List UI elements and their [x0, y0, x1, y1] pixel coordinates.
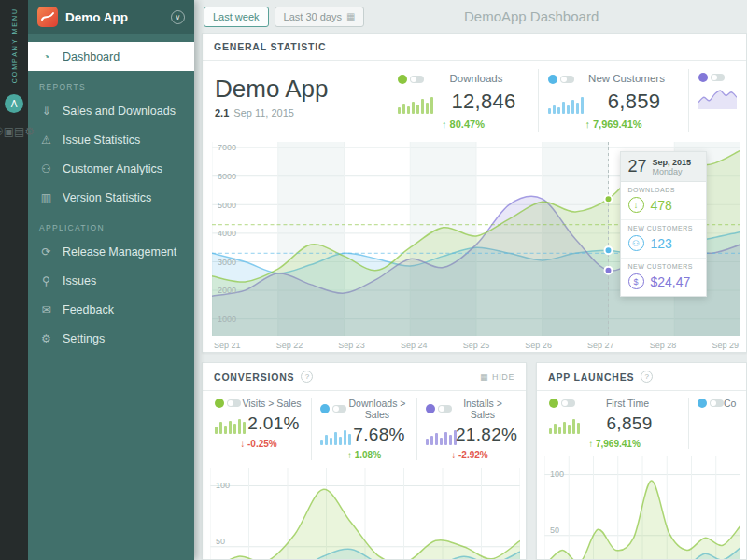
tooltip-header: 27 Sep, 2015 Monday: [621, 152, 706, 182]
app-launches-chart[interactable]: [544, 456, 740, 560]
range-last-week-button[interactable]: Last week: [204, 7, 269, 27]
sidebar-item-sales-and-downloads[interactable]: ⇓Sales and Downloads: [28, 96, 194, 125]
hide-icon: ▦: [480, 372, 488, 382]
app-launches-chart-area: 10050: [544, 456, 740, 560]
bottom-cards-row: CONVERSIONS ? ▦ HIDE Visits > Sales 2: [202, 362, 747, 560]
sidebar-item-release-management[interactable]: ⟳Release Management: [28, 237, 194, 266]
conversions-title: CONVERSIONS: [214, 371, 294, 383]
help-icon[interactable]: ?: [301, 371, 313, 383]
stat-value: 12,846: [439, 90, 529, 114]
hide-button[interactable]: ▦ HIDE: [480, 372, 514, 382]
visits-sales-sparkline: [215, 419, 239, 434]
downloads-sales-toggle[interactable]: [320, 404, 346, 413]
tooltip-value: 478: [651, 198, 672, 213]
sidebar-item-label: Sales and Downloads: [63, 105, 176, 118]
money-icon: $: [628, 273, 644, 289]
stat-downloads-sales: Downloads > Sales 7.68% ↑ 1.08%: [311, 398, 416, 460]
sidebar-item-label: Settings: [63, 332, 105, 345]
tooltip-value: 123: [651, 236, 672, 251]
sidebar-item-settings[interactable]: ⚙Settings: [28, 324, 194, 353]
tooltip-row-downloads: DOWNLOADS ↓ 478: [621, 182, 706, 220]
sidebar-item-issues[interactable]: ⚲Issues: [28, 266, 194, 295]
tooltip-day: 27: [628, 157, 647, 176]
sidebar-item-feedback[interactable]: ✉Feedback: [28, 295, 194, 324]
tooltip-weekday: Monday: [653, 167, 692, 176]
sidebar-item-label: Issue Statistics: [63, 133, 140, 147]
sidebar-item-version-statistics[interactable]: ▥Version Statistics: [28, 183, 194, 212]
stat-delta: ↑ 7,969.41%: [548, 119, 679, 130]
company-menu-label: COMPANY MENU: [11, 7, 18, 83]
conversions-chart[interactable]: [210, 468, 520, 560]
avatar[interactable]: A: [5, 94, 23, 113]
range-last-week-label: Last week: [213, 11, 260, 22]
topbar: Last week Last 30 days ▦ DemoApp Dashboa…: [194, 0, 747, 33]
feedback-icon: ✉: [39, 303, 53, 316]
id-card-icon[interactable]: ▤: [14, 125, 24, 138]
third-series-toggle[interactable]: [698, 73, 725, 82]
general-chart-area: 7000600050004000300020001000 Sep 21Sep 2…: [212, 142, 740, 350]
sales-and-downloads-icon: ⇓: [39, 105, 53, 118]
sidebar-item-label: Feedback: [63, 303, 114, 316]
installs-sales-toggle[interactable]: [426, 404, 452, 413]
person-icon: ⚇: [628, 235, 644, 251]
first-time-toggle[interactable]: [549, 399, 575, 408]
sidebar-section-reports: REPORTS: [28, 71, 194, 96]
app-launches-stats-row: First Time 6,859 ↑ 7,969.41% Co: [537, 391, 746, 453]
page-title: DemoApp Dashboard: [464, 8, 599, 24]
app-version: 2.1: [215, 107, 229, 119]
tooltip-row-revenue: NEW CUSTOMERS $ $24,47: [621, 259, 706, 296]
app-release-date: Sep 11, 2015: [233, 107, 294, 119]
customer-analytics-icon: ⚇: [39, 162, 53, 175]
general-statistic-head: GENERAL STATISTIC: [203, 34, 746, 61]
downloads-sparkline: [398, 97, 433, 114]
stat-third-clipped: [689, 69, 746, 132]
sidebar-item-issue-statistics[interactable]: ⚠Issue Statistics: [28, 125, 194, 154]
sidebar-item-label: Release Management: [63, 245, 176, 259]
sidebar-item-label: Issues: [63, 274, 96, 287]
general-statistic-title: GENERAL STATISTIC: [214, 41, 326, 52]
sidebar-item-label: Customer Analytics: [63, 162, 162, 175]
briefcase-icon[interactable]: ▣: [4, 125, 14, 138]
range-last-30-days-button[interactable]: Last 30 days ▦: [275, 7, 365, 27]
sidebar-item-customer-analytics[interactable]: ⚇Customer Analytics: [28, 154, 194, 183]
sidebar-header[interactable]: Demo App ∨: [28, 0, 194, 34]
chevron-down-icon[interactable]: ∨: [171, 10, 185, 24]
dashboard-icon: ◔: [39, 50, 53, 63]
second-series-toggle[interactable]: [698, 399, 724, 408]
sidebar-nav: ◔DashboardREPORTS⇓Sales and Downloads⚠Is…: [28, 34, 194, 353]
sidebar-app-name: Demo App: [65, 10, 163, 24]
settings-icon: ⚙: [39, 332, 53, 345]
calendar-icon: ▦: [346, 11, 355, 21]
sidebar-item-label: Version Statistics: [63, 191, 151, 204]
app-meta: 2.1Sep 11, 2015: [215, 107, 388, 119]
gear-icon[interactable]: ⚙: [24, 125, 35, 138]
downloads-series-toggle[interactable]: [398, 75, 424, 84]
new-customers-sparkline: [548, 97, 584, 114]
general-stats-row: Demo App 2.1Sep 11, 2015 Downloads 12,84…: [203, 61, 746, 136]
release-management-icon: ⟳: [39, 245, 53, 259]
stat-label: New Customers: [574, 73, 679, 85]
sidebar-item-dashboard[interactable]: ◔Dashboard: [28, 42, 194, 71]
conversions-stats-row: Visits > Sales 2.01% ↓ -0.25% Downloads …: [203, 391, 526, 464]
hide-label: HIDE: [492, 372, 514, 382]
x-axis-labels: Sep 21Sep 22Sep 23Sep 24Sep 25Sep 26Sep …: [212, 336, 740, 350]
app-launches-title: APP LAUNCHES: [548, 371, 634, 383]
app-launches-card: APP LAUNCHES ? First Time 6,859 ↑ 7,969.…: [536, 362, 747, 560]
stat-second-clipped: Co: [688, 398, 742, 449]
download-icon: ↓: [628, 197, 644, 213]
tooltip-value: $24,47: [651, 274, 691, 289]
new-customers-series-toggle[interactable]: [548, 75, 574, 84]
visits-sales-toggle[interactable]: [215, 399, 241, 408]
company-menu-rail: COMPANY MENU A ⚇▣▤⚙: [0, 0, 28, 560]
sidebar-item-label: Dashboard: [63, 50, 120, 63]
issues-icon: ⚲: [39, 274, 53, 287]
rail-icons: ⚇▣▤⚙: [0, 122, 35, 139]
stat-downloads: Downloads 12,846 ↑ 80.47%: [388, 69, 538, 132]
tooltip-row-new-customers: NEW CUSTOMERS ⚇ 123: [621, 220, 706, 259]
stat-new-customers: New Customers 6,859 ↑ 7,969.41%: [539, 69, 688, 132]
version-statistics-icon: ▥: [39, 191, 53, 204]
stat-value: 6,859: [589, 90, 679, 114]
stat-delta: ↑ 80.47%: [398, 119, 529, 130]
stat-first-time: First Time 6,859 ↑ 7,969.41%: [541, 398, 688, 449]
help-icon[interactable]: ?: [641, 371, 653, 383]
